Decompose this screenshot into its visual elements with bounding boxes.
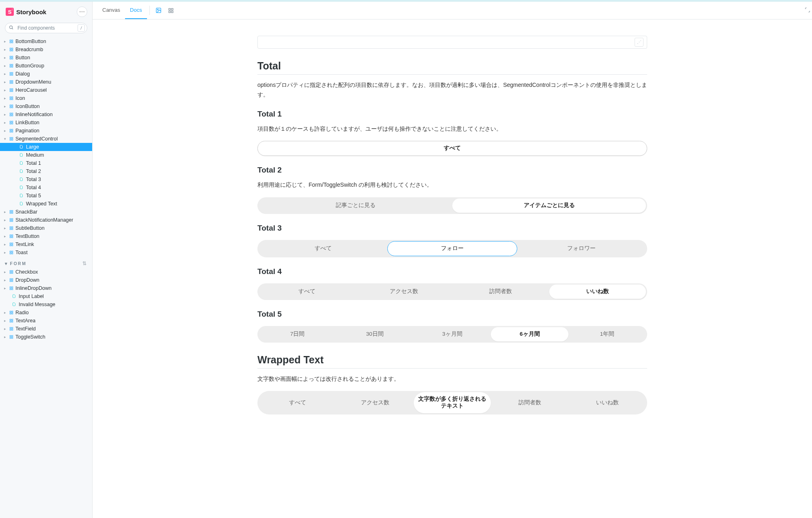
- component-icon: [9, 96, 14, 101]
- sidebar-component-toggleswitch[interactable]: ▸ToggleSwitch: [0, 333, 92, 341]
- sidebar-story-large[interactable]: Large: [0, 143, 92, 151]
- sidebar-component-textarea[interactable]: ▸TextArea: [0, 317, 92, 325]
- svg-rect-73: [12, 245, 13, 246]
- caret-icon: ▸: [4, 96, 7, 100]
- caret-icon: ▸: [4, 234, 7, 238]
- segmented-option[interactable]: 30日間: [336, 327, 414, 341]
- sidebar-component-buttongroup[interactable]: ▸ButtonGroup: [0, 62, 92, 70]
- sidebar-component-dropdownmenu[interactable]: ▸DropdownMenu: [0, 78, 92, 86]
- sidebar-group-form[interactable]: ▾FORM⇅: [0, 257, 92, 268]
- segmented-control: すべて: [257, 141, 647, 156]
- sidebar-component-snackbar[interactable]: ▸SnackBar: [0, 208, 92, 216]
- sidebar-component-textfield[interactable]: ▸TextField: [0, 325, 92, 333]
- segmented-option[interactable]: いいね数: [549, 285, 646, 299]
- fullscreen-toggle-icon[interactable]: [805, 7, 810, 14]
- storybook-logo-mark: S: [6, 8, 14, 16]
- storybook-logo[interactable]: S Storybook: [6, 8, 46, 16]
- segmented-option[interactable]: 7日間: [259, 327, 336, 341]
- sidebar-component-pagination[interactable]: ▸Pagination: [0, 127, 92, 135]
- sidebar-story-wrapped-text[interactable]: Wrapped Text: [0, 200, 92, 208]
- svg-rect-27: [12, 88, 13, 90]
- segmented-option[interactable]: 6ヶ月間: [491, 327, 568, 341]
- svg-rect-8: [10, 50, 11, 51]
- sidebar-component-textlink[interactable]: ▸TextLink: [0, 240, 92, 248]
- sidebar-story-invalid-message[interactable]: Invalid Message: [0, 300, 92, 309]
- sidebar-story-input-label[interactable]: Input Label: [0, 292, 92, 300]
- sidebar-component-inlinenotification[interactable]: ▸InlineNotification: [0, 110, 92, 119]
- caret-icon: ▸: [4, 250, 7, 255]
- svg-rect-99: [12, 327, 13, 328]
- sidebar-component-iconbutton[interactable]: ▸IconButton: [0, 102, 92, 110]
- sidebar-story-total-1[interactable]: Total 1: [0, 159, 92, 167]
- caret-icon: ▸: [4, 39, 7, 43]
- document-icon: [19, 161, 24, 165]
- svg-rect-40: [10, 115, 11, 116]
- segmented-option[interactable]: アイテムごとに見る: [452, 199, 646, 213]
- sidebar-story-total-4[interactable]: Total 4: [0, 183, 92, 192]
- sidebar-tree[interactable]: ▸BottomButton▸Breadcrumb▸Button▸ButtonGr…: [0, 37, 92, 518]
- segmented-option[interactable]: いいね数: [568, 392, 646, 413]
- segmented-option[interactable]: 訪問者数: [452, 285, 549, 299]
- component-icon: [9, 209, 14, 214]
- segmented-option[interactable]: すべて: [259, 285, 356, 299]
- segmented-option-label: 文字数が多く折り返されるテキスト: [416, 396, 488, 410]
- svg-rect-60: [10, 220, 11, 222]
- sidebar-component-radio[interactable]: ▸Radio: [0, 309, 92, 317]
- sidebar-component-breadcrumb[interactable]: ▸Breadcrumb: [0, 45, 92, 54]
- sidebar-component-segmentedcontrol[interactable]: ▾SegmentedControl: [0, 135, 92, 143]
- sidebar-component-checkbox[interactable]: ▸Checkbox: [0, 268, 92, 276]
- segmented-option[interactable]: すべて: [257, 141, 647, 156]
- sidebar-component-stacknotificationmanager[interactable]: ▸StackNotificationManager: [0, 216, 92, 224]
- segmented-control: 7日間30日間3ヶ月間6ヶ月間1年間: [257, 326, 647, 343]
- sidebar-story-total-5[interactable]: Total 5: [0, 192, 92, 200]
- svg-point-0: [10, 26, 13, 28]
- svg-rect-72: [10, 245, 11, 246]
- caret-icon: ▸: [4, 72, 7, 76]
- sidebar-component-dropdown[interactable]: ▸DropDown: [0, 276, 92, 284]
- tab-canvas[interactable]: Canvas: [97, 2, 125, 19]
- tab-docs[interactable]: Docs: [125, 2, 147, 19]
- sidebar-component-button[interactable]: ▸Button: [0, 54, 92, 62]
- segmented-option-label: アクセス数: [361, 399, 389, 406]
- svg-rect-54: [10, 210, 11, 212]
- segmented-option[interactable]: アクセス数: [356, 285, 453, 299]
- segmented-option[interactable]: 文字数が多く折り返されるテキスト: [414, 392, 491, 413]
- sidebar-component-subtlebutton[interactable]: ▸SubtleButton: [0, 224, 92, 232]
- grid-icon[interactable]: [165, 2, 177, 19]
- sidebar-component-icon[interactable]: ▸Icon: [0, 94, 92, 102]
- component-icon: [9, 335, 14, 339]
- sidebar-menu-button[interactable]: ⋯: [77, 6, 87, 17]
- sidebar-item-label: BottomButton: [15, 39, 46, 44]
- caret-icon: ▸: [4, 335, 7, 339]
- sidebar-component-linkbutton[interactable]: ▸LinkButton: [0, 119, 92, 127]
- sidebar-story-medium[interactable]: Medium: [0, 151, 92, 159]
- svg-rect-77: [12, 253, 13, 254]
- svg-rect-12: [10, 58, 11, 59]
- component-icon: [9, 242, 14, 247]
- sidebar-story-total-3[interactable]: Total 3: [0, 175, 92, 183]
- segmented-option[interactable]: フォロー: [387, 241, 517, 256]
- search-input[interactable]: [5, 23, 87, 33]
- segmented-option[interactable]: 1年間: [568, 327, 646, 341]
- doc-scroll[interactable]: ⋰ Total optionsプロパティに指定された配列の項目数に依存します。な…: [93, 19, 812, 518]
- segmented-option[interactable]: 3ヶ月間: [414, 327, 491, 341]
- resize-grip-icon[interactable]: ⋰: [635, 38, 644, 47]
- segmented-option[interactable]: 記事ごとに見る: [259, 199, 452, 213]
- segmented-option[interactable]: すべて: [259, 392, 336, 413]
- sort-icon[interactable]: ⇅: [82, 261, 88, 266]
- svg-rect-81: [12, 272, 13, 274]
- sidebar-component-textbutton[interactable]: ▸TextButton: [0, 232, 92, 240]
- storybook-logo-text: Storybook: [16, 9, 46, 15]
- segmented-option[interactable]: フォロワー: [517, 241, 646, 256]
- sidebar-component-inlinedropdown[interactable]: ▸InlineDropDown: [0, 284, 92, 292]
- svg-rect-93: [12, 313, 13, 314]
- segmented-option[interactable]: すべて: [259, 241, 387, 256]
- sidebar-component-toast[interactable]: ▸Toast: [0, 248, 92, 257]
- segmented-option[interactable]: 訪問者数: [491, 392, 568, 413]
- sidebar-component-bottombutton[interactable]: ▸BottomButton: [0, 37, 92, 45]
- image-diff-icon[interactable]: [152, 2, 165, 19]
- sidebar-story-total-2[interactable]: Total 2: [0, 167, 92, 175]
- segmented-option[interactable]: アクセス数: [336, 392, 414, 413]
- sidebar-component-herocarousel[interactable]: ▸HeroCarousel: [0, 86, 92, 94]
- sidebar-component-dialog[interactable]: ▸Dialog: [0, 70, 92, 78]
